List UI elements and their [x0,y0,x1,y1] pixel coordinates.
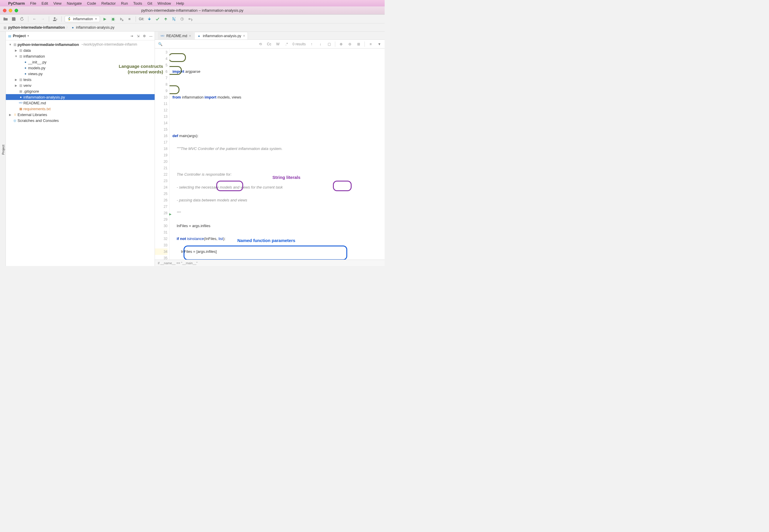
back-button[interactable]: ← [31,16,38,22]
find-results-count: 0 results [293,42,306,46]
line-gutter[interactable]: 345678 91011121314 151617181920 21222324… [155,49,170,260]
run-config-name: inflammation [73,17,93,21]
tree-root[interactable]: ▼▥python-intermediate-inflammation~/work… [6,42,155,47]
maximize-window-button[interactable] [15,9,18,12]
svg-point-4 [174,20,175,21]
refresh-button[interactable] [19,16,25,22]
find-input[interactable] [166,41,255,47]
macos-menubar: PyCharm File Edit View Navigate Code Ref… [0,0,385,6]
close-window-button[interactable] [3,9,6,12]
git-history-button[interactable] [179,16,185,22]
breadcrumb-project[interactable]: ▥ python-intermediate-inflammation [3,25,65,30]
hide-button[interactable]: — [149,34,153,38]
save-button[interactable] [11,16,17,22]
toggle-button[interactable]: ≡ [368,42,374,46]
select-opened-file-button[interactable]: ⇥ [129,34,134,38]
close-icon[interactable]: × [189,34,191,38]
search-icon[interactable]: 🔍 [157,42,163,46]
menu-run[interactable]: Run [121,1,128,6]
tree-data[interactable]: ▶▥data [6,47,155,53]
app-name[interactable]: PyCharm [8,1,25,6]
find-bar: 🔍 ⟲ Cc W .* 0 results ↑ ↓ ▢ ⊕ ⊖ ⊞ ≡ ▼ [155,40,385,49]
git-push-button[interactable] [163,16,169,22]
window-controls [3,9,18,12]
tab-analysis[interactable]: ●inflammation-analysis.py× [194,32,248,39]
remove-selection-button[interactable]: ⊖ [347,42,353,46]
debug-button[interactable] [110,16,116,22]
svg-point-0 [54,17,56,19]
close-icon[interactable]: × [243,34,245,38]
select-all-button[interactable]: ▢ [326,42,332,46]
breadcrumb-file[interactable]: ● inflammation-analysis.py [71,25,114,30]
minimize-window-button[interactable] [9,9,12,12]
add-selection-button[interactable]: ⊕ [338,42,344,46]
svg-point-1 [112,18,114,21]
menu-refactor[interactable]: Refactor [101,1,116,6]
git-rollback-button[interactable] [187,16,193,22]
left-tool-window-tabs: Project Pull Requests Structure Favorite… [0,32,6,266]
words-button[interactable]: W [275,42,281,46]
editor-area: MDREADME.md× ●inflammation-analysis.py× … [155,32,385,266]
window-title: python-intermediate-inflammation – infla… [141,8,243,13]
project-label[interactable]: Project [13,34,26,38]
nav-breadcrumb: ▥ python-intermediate-inflammation 〉 ● i… [0,23,385,32]
window-titlebar: python-intermediate-inflammation – infla… [0,6,385,15]
tab-project[interactable]: Project [1,143,6,156]
editor-tabs: MDREADME.md× ●inflammation-analysis.py× [155,32,385,40]
git-pull-button[interactable] [146,16,153,22]
main-toolbar: ← → inflammation ▼ ▶ ■ Git: + [0,15,385,23]
tree-models[interactable]: ●models.py [6,65,155,71]
tree-tests[interactable]: ▶▥tests [6,77,155,82]
svg-text:+: + [174,17,176,19]
user-button[interactable] [52,16,58,22]
prev-match-button[interactable]: ↑ [309,42,314,46]
svg-point-3 [172,17,173,18]
menu-tools[interactable]: Tools [133,1,142,6]
open-button[interactable] [2,16,9,22]
tree-requirements[interactable]: ▦requirements.txt [6,106,155,112]
tab-readme[interactable]: MDREADME.md× [158,32,194,39]
tree-inflammation[interactable]: ▼▥inflammation [6,53,155,59]
tree-analysis[interactable]: ●inflammation-analysis.py [6,94,155,100]
chevron-down-icon: ▼ [95,18,97,20]
chevron-down-icon[interactable]: ▼ [27,34,30,37]
pin-icon[interactable]: ⟲ [258,42,263,46]
expand-all-button[interactable]: ⇲ [136,34,140,38]
match-case-button[interactable]: Cc [266,42,272,46]
forward-button[interactable]: → [39,16,46,22]
settings-icon[interactable]: ⚙ [142,34,146,38]
menu-code[interactable]: Code [87,1,96,6]
run-with-coverage-button[interactable] [118,16,125,22]
menu-window[interactable]: Window [158,1,171,6]
filter-icon[interactable]: ▼ [376,42,382,46]
select-all-occ-button[interactable]: ⊞ [356,42,362,46]
stop-button[interactable]: ■ [126,16,133,22]
python-icon [67,17,71,21]
menu-git[interactable]: Git [147,1,152,6]
folder-icon: ▥ [3,25,7,30]
run-configuration-selector[interactable]: inflammation ▼ [65,16,100,22]
tree-scratches[interactable]: ◎Scratches and Consoles [6,118,155,123]
project-tree[interactable]: ▼▥python-intermediate-inflammation~/work… [6,40,155,125]
menu-navigate[interactable]: Navigate [67,1,82,6]
tree-gitignore[interactable]: ▦.gitignore [6,88,155,94]
tree-views[interactable]: ●views.py [6,71,155,77]
git-commit-button[interactable] [154,16,161,22]
tree-readme[interactable]: MDREADME.md [6,100,155,106]
tree-init[interactable]: ●__init__.py [6,59,155,65]
menu-view[interactable]: View [53,1,61,6]
menu-edit[interactable]: Edit [42,1,48,6]
tree-venv[interactable]: ▶▥venv [6,82,155,88]
tree-external-libs[interactable]: ▶⫴External Libraries [6,112,155,118]
project-view-icon: ▤ [8,34,12,38]
next-match-button[interactable]: ↓ [317,42,323,46]
run-button[interactable]: ▶ [102,16,108,22]
git-new-branch-button[interactable]: + [171,16,177,22]
svg-rect-2 [122,20,123,21]
menu-file[interactable]: File [30,1,36,6]
menu-help[interactable]: Help [176,1,184,6]
git-label: Git: [139,17,144,21]
code-editor[interactable]: import argparse from inflammation import… [170,49,385,260]
breadcrumb-bottom[interactable]: if __name__ == "__main__" [155,260,385,266]
regex-button[interactable]: .* [284,42,290,46]
